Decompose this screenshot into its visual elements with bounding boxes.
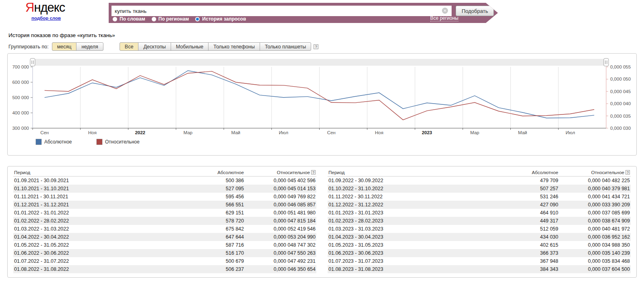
table-left: Период Абсолютное Относительное? 01.09.2… (8, 168, 322, 273)
search-mode-radios: По словамПо регионамИстория запросов (113, 16, 246, 22)
table-row: 01.10.2022 - 31.10.2022 507 257 0,000 04… (328, 185, 631, 193)
device-только-планшеты[interactable]: Только планшеты (260, 42, 311, 51)
table-row: 01.09.2022 - 30.09.2022 479 709 0,000 04… (328, 177, 631, 185)
legend-swatch[interactable] (36, 139, 41, 145)
chart-label: 400 000 (12, 110, 29, 115)
legend-swatch[interactable] (97, 139, 102, 145)
table-row: 01.05.2023 - 31.05.2023 402 615 0,000 03… (328, 241, 631, 249)
period-cell: 01.01.2023 - 31.01.2023 (328, 209, 512, 217)
chart-label: Мар (184, 130, 193, 135)
legend-label: Относительное (105, 139, 140, 145)
chart-label: 500 000 (12, 95, 29, 100)
chart-label: 700 000 (12, 64, 29, 69)
relative-cell: 0,000 046 350 654 (245, 265, 316, 273)
absolute-cell: 629 151 (197, 209, 245, 217)
chart-label: Ноя (375, 130, 383, 135)
chart-label: Май (231, 130, 240, 135)
period-cell: 01.12.2022 - 31.12.2022 (328, 201, 512, 209)
clear-search-icon[interactable]: ✕ (442, 8, 448, 14)
table-row: 01.07.2022 - 31.07.2022 500 679 0,000 04… (13, 257, 316, 265)
mode-radio-option[interactable]: По словам (113, 16, 145, 22)
table-right: Период Абсолютное Относительное? 01.09.2… (322, 168, 636, 273)
chart-label: 600 000 (12, 80, 29, 85)
device-десктопы[interactable]: Десктопы (138, 42, 171, 51)
search-input[interactable] (111, 6, 452, 16)
period-cell: 01.03.2022 - 31.03.2022 (13, 225, 197, 233)
radio-icon (113, 17, 117, 21)
relative-cell: 0,000 045 014 153 (245, 185, 316, 193)
relative-cell: 0,000 033 390 209 (559, 201, 631, 209)
period-cell: 01.03.2023 - 31.03.2023 (328, 225, 512, 233)
mode-label: По регионам (159, 16, 189, 22)
period-cell: 01.07.2022 - 31.07.2022 (13, 257, 197, 265)
help-icon[interactable]: ? (314, 44, 318, 49)
data-tables: Период Абсолютное Относительное? 01.09.2… (7, 166, 637, 278)
table-row: 01.05.2022 - 31.05.2022 587 716 0,000 04… (13, 241, 316, 249)
navigator-handle-right[interactable] (604, 58, 609, 66)
absolute-cell: 516 170 (197, 249, 245, 257)
absolute-cell: 531 246 (512, 193, 559, 201)
period-cell: 01.10.2022 - 31.10.2022 (328, 185, 512, 193)
controls-row: Группировать по: месяцнеделя ВсеДесктопы… (8, 42, 644, 51)
absolute-cell: 464 910 (512, 209, 559, 217)
period-cell: 01.07.2023 - 31.07.2023 (328, 257, 512, 265)
yandex-logo[interactable]: Яндекс (25, 0, 65, 15)
wordstat-link[interactable]: подбор слов (31, 16, 61, 21)
period-cell: 01.10.2021 - 31.10.2021 (13, 185, 197, 193)
absolute-cell: 449 317 (512, 217, 559, 225)
device-все[interactable]: Все (120, 42, 139, 51)
relative-cell: 0,000 045 402 596 (245, 177, 316, 185)
absolute-cell: 587 716 (197, 241, 245, 249)
history-chart: СенНоя2022МарМайИюлСенНоя2023МарМайИюл70… (7, 53, 637, 156)
relative-cell: 0,000 040 379 981 (559, 185, 631, 193)
group-by-buttons: месяцнеделя (52, 42, 103, 51)
group-by-неделя[interactable]: неделя (76, 42, 103, 51)
page-title: История показов по фразе «купить ткань» (8, 32, 644, 38)
col-header-period: Период (328, 168, 512, 177)
period-cell: 01.11.2022 - 30.11.2022 (328, 193, 512, 201)
radio-icon (195, 17, 200, 21)
period-cell: 01.01.2022 - 31.01.2022 (13, 209, 197, 217)
legend-label: Абсолютное (44, 139, 72, 145)
absolute-cell: 595 456 (197, 193, 245, 201)
period-cell: 01.05.2023 - 31.05.2023 (328, 241, 512, 249)
relative-cell: 0,000 034 988 350 (559, 241, 631, 249)
absolute-cell: 500 386 (197, 177, 245, 185)
period-cell: 01.04.2022 - 30.04.2022 (13, 233, 197, 241)
relative-cell: 0,000 047 815 184 (245, 217, 316, 225)
table-row: 01.12.2021 - 31.12.2021 566 551 0,000 04… (13, 201, 316, 209)
relative-help-icon[interactable]: ? (311, 170, 316, 175)
device-мобильные[interactable]: Мобильные (171, 42, 208, 51)
range-navigator-track[interactable] (33, 59, 606, 66)
relative-cell: 0,000 038 674 909 (559, 217, 631, 225)
relative-cell: 0,000 041 434 721 (559, 193, 631, 201)
device-только-телефоны[interactable]: Только телефоны (208, 42, 260, 51)
absolute-cell: 434 030 (512, 233, 559, 241)
relative-cell: 0,000 040 481 972 (559, 225, 631, 233)
period-cell: 01.04.2023 - 30.04.2023 (328, 233, 512, 241)
absolute-cell: 366 373 (512, 249, 559, 257)
table-row: 01.01.2022 - 31.01.2022 629 151 0,000 05… (13, 209, 316, 217)
relative-cell: 0,000 040 482 225 (559, 177, 631, 185)
table-row: 01.06.2023 - 30.06.2023 366 373 0,000 03… (328, 249, 631, 257)
group-by-месяц[interactable]: месяц (52, 42, 77, 51)
mode-radio-selected[interactable]: История запросов (195, 16, 246, 22)
all-regions-link[interactable]: Все регионы (430, 15, 458, 21)
submit-button[interactable]: Подобрать (456, 6, 494, 16)
period-cell: 01.08.2022 - 31.08.2022 (13, 265, 197, 273)
chart-label: 0,000 035 (610, 114, 631, 118)
col-header-relative: Относительное? (245, 168, 316, 177)
chart-label: Май (518, 130, 527, 135)
relative-help-icon[interactable]: ? (625, 170, 630, 175)
table-row: 01.07.2023 - 31.07.2023 367 948 0,000 03… (328, 257, 631, 265)
relative-cell: 0,000 046 085 857 (245, 201, 316, 209)
navigator-handle-left[interactable] (30, 58, 35, 66)
chart-label: Ноя (88, 130, 97, 135)
relative-cell: 0,000 047 550 263 (245, 249, 316, 257)
relative-cell: 0,000 036 952 162 (559, 233, 631, 241)
mode-radio-option[interactable]: По регионам (152, 16, 189, 22)
chart-label: 0,000 055 (610, 64, 631, 69)
period-cell: 01.12.2021 - 31.12.2021 (13, 201, 197, 209)
table-row: 01.03.2023 - 31.03.2023 512 059 0,000 04… (328, 225, 631, 233)
period-cell: 01.09.2022 - 30.09.2022 (328, 177, 512, 185)
